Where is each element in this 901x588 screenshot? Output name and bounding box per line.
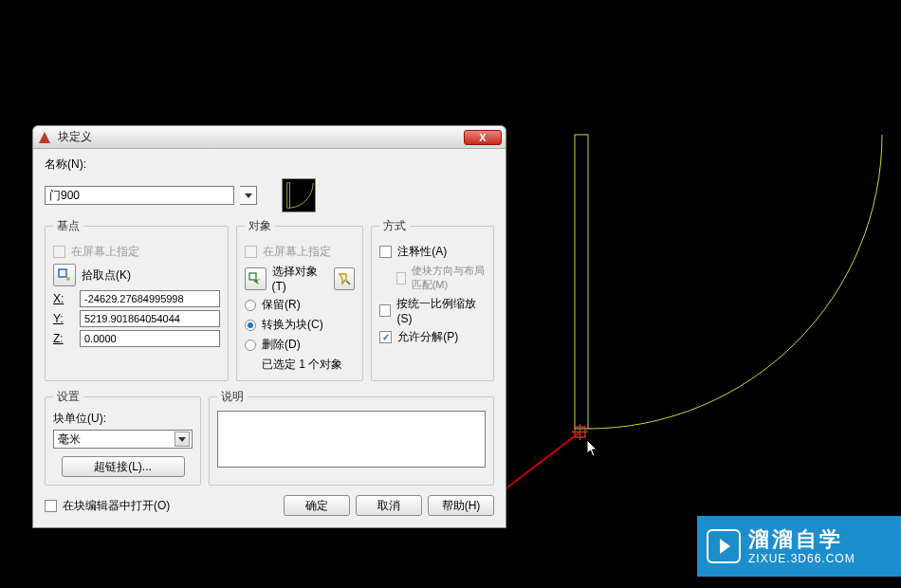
cancel-button[interactable]: 取消 xyxy=(356,495,422,516)
object-legend: 对象 xyxy=(245,218,275,234)
svg-point-7 xyxy=(66,277,70,281)
annotative-checkbox[interactable] xyxy=(379,246,392,258)
annotative-label: 注释性(A) xyxy=(397,244,447,260)
dialog-titlebar[interactable]: 块定义 X xyxy=(33,126,506,149)
basepoint-onscreen-label: 在屏幕上指定 xyxy=(71,244,139,260)
uniform-scale-checkbox[interactable] xyxy=(379,304,391,317)
block-preview xyxy=(282,178,316,212)
z-label: Z: xyxy=(53,332,74,345)
svg-rect-0 xyxy=(575,135,588,429)
delete-label: 删除(D) xyxy=(262,337,301,353)
match-orient-label: 使块方向与布局匹配(M) xyxy=(412,264,486,292)
block-unit-value: 毫米 xyxy=(58,432,81,448)
object-onscreen-label: 在屏幕上指定 xyxy=(263,244,331,260)
convert-radio[interactable] xyxy=(245,320,256,331)
uniform-scale-label: 按统一比例缩放(S) xyxy=(396,296,486,325)
block-definition-dialog: 块定义 X 名称(N): 基点 在屏幕上指 xyxy=(32,125,506,528)
delete-radio[interactable] xyxy=(245,340,256,351)
object-onscreen-checkbox[interactable] xyxy=(245,246,257,258)
watermark-line1: 溜溜自学 xyxy=(748,527,855,552)
block-name-dropdown[interactable] xyxy=(240,186,257,205)
basepoint-group: 基点 在屏幕上指定 拾取点(K) X: Y: xyxy=(45,218,229,381)
description-legend: 说明 xyxy=(217,389,248,405)
watermark-line2: ZIXUE.3D66.COM xyxy=(748,552,855,565)
help-button[interactable]: 帮助(H) xyxy=(428,495,494,516)
play-icon xyxy=(707,529,741,563)
mode-group: 方式 注释性(A) 使块方向与布局匹配(M) 按统一比例缩放(S) 允许分解(P… xyxy=(371,218,494,381)
svg-rect-6 xyxy=(59,269,66,277)
ok-button[interactable]: 确定 xyxy=(284,495,350,516)
settings-legend: 设置 xyxy=(53,389,83,405)
convert-label: 转换为块(C) xyxy=(262,317,323,333)
basepoint-onscreen-checkbox[interactable] xyxy=(53,246,65,258)
mouse-cursor-icon xyxy=(586,439,601,458)
select-objects-button[interactable] xyxy=(245,267,267,290)
settings-group: 设置 块单位(U): 毫米 超链接(L)... xyxy=(45,389,201,486)
retain-radio[interactable] xyxy=(245,300,256,311)
dialog-title: 块定义 xyxy=(58,129,464,145)
hyperlink-button[interactable]: 超链接(L)... xyxy=(62,456,185,477)
name-label: 名称(N): xyxy=(45,156,90,173)
close-button[interactable]: X xyxy=(464,130,502,145)
allow-explode-label: 允许分解(P) xyxy=(397,329,458,345)
cad-canvas xyxy=(569,133,892,455)
mode-legend: 方式 xyxy=(379,218,410,234)
block-unit-select[interactable]: 毫米 xyxy=(53,430,193,449)
select-objects-label: 选择对象(T) xyxy=(272,264,328,293)
pick-point-label: 拾取点(K) xyxy=(82,267,131,284)
quick-select-button[interactable] xyxy=(334,267,356,290)
match-orient-checkbox xyxy=(396,272,405,285)
chevron-down-icon xyxy=(175,432,190,447)
block-unit-label: 块单位(U): xyxy=(53,411,193,427)
y-input[interactable] xyxy=(80,310,220,327)
svg-rect-8 xyxy=(249,273,256,280)
svg-line-4 xyxy=(500,432,579,493)
y-label: Y: xyxy=(53,312,74,325)
block-name-input[interactable] xyxy=(45,186,234,205)
autocad-app-icon xyxy=(37,130,52,145)
description-group: 说明 xyxy=(209,389,494,486)
selected-count-label: 已选定 1 个对象 xyxy=(262,357,355,373)
x-label: X: xyxy=(53,292,74,305)
retain-label: 保留(R) xyxy=(262,297,301,313)
z-input[interactable] xyxy=(80,330,220,347)
open-in-editor-label: 在块编辑器中打开(O) xyxy=(63,498,170,514)
object-group: 对象 在屏幕上指定 选择对象(T) 保留(R) xyxy=(236,218,363,381)
svg-rect-5 xyxy=(287,183,290,208)
description-textarea[interactable] xyxy=(217,411,486,468)
x-input[interactable] xyxy=(80,290,220,307)
pick-point-button[interactable] xyxy=(53,264,76,286)
open-in-editor-checkbox[interactable] xyxy=(45,500,57,512)
allow-explode-checkbox[interactable] xyxy=(379,331,392,343)
basepoint-legend: 基点 xyxy=(53,218,83,234)
watermark: 溜溜自学 ZIXUE.3D66.COM xyxy=(697,516,901,577)
